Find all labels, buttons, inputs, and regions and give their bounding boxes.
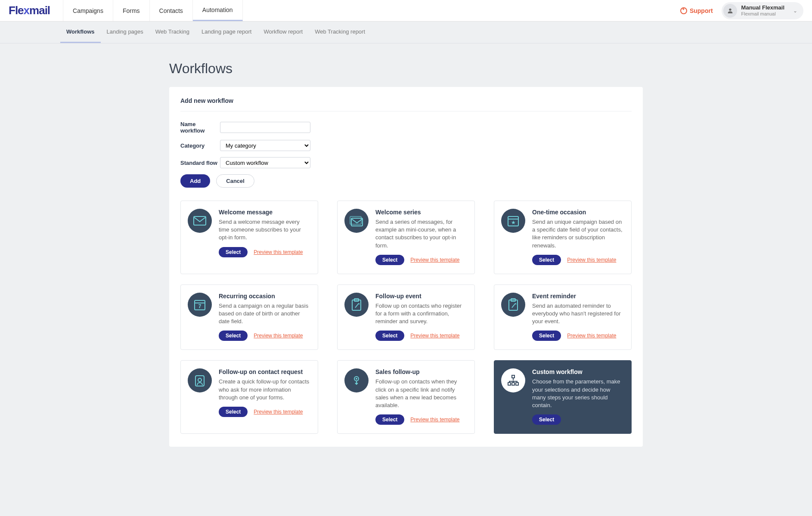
preview-link[interactable]: Preview this template [254, 333, 303, 339]
cancel-button[interactable]: Cancel [216, 174, 254, 188]
card-title: Welcome series [375, 209, 468, 216]
user-name: Manual Flexmail [741, 4, 784, 11]
top-nav: Flexmail CampaignsFormsContactsAutomatio… [0, 0, 812, 22]
template-card: Sales follow-upFollow-up on contacts whe… [337, 360, 475, 434]
template-card: ★One-time occasionSend an unique campaig… [494, 201, 632, 274]
card-desc: Follow up on contacts who register for a… [375, 302, 468, 326]
preview-link[interactable]: Preview this template [410, 333, 459, 339]
clipboard-icon [344, 293, 369, 317]
template-grid: Welcome messageSend a welcome message ev… [180, 201, 632, 434]
card-body: One-time occasionSend an unique campaign… [532, 209, 624, 265]
template-card: Welcome messageSend a welcome message ev… [180, 201, 318, 274]
template-card: Follow-up eventFollow up on contacts who… [337, 284, 475, 350]
topnav-item-automation[interactable]: Automation [193, 0, 243, 21]
topnav-item-contacts[interactable]: Contacts [150, 0, 193, 21]
support-link[interactable]: Support [680, 7, 713, 14]
user-icon [727, 7, 734, 14]
card-desc: Send an unique campaign based on a speci… [532, 218, 624, 250]
category-label: Category [180, 142, 220, 149]
card-actions: Select [532, 414, 624, 425]
panel-heading: Add new workflow [180, 97, 632, 104]
card-body: Follow-up on contact requestCreate a qui… [219, 368, 311, 425]
page: Workflows Add new workflow Name workflow… [169, 43, 643, 473]
card-actions: SelectPreview this template [375, 255, 468, 265]
name-label: Name workflow [180, 121, 220, 134]
select-button[interactable]: Select [375, 255, 404, 265]
standard-flow-label: Standard flow [180, 160, 220, 166]
topnav-item-forms[interactable]: Forms [113, 0, 150, 21]
form-row-category: Category My category [180, 140, 632, 151]
card-desc: Create a quick follow-up for contacts wh… [219, 378, 311, 402]
page-title: Workflows [169, 61, 643, 77]
subnav-item-landing-pages[interactable]: Landing pages [101, 22, 149, 43]
card-body: Event reminderSend an automated reminder… [532, 293, 624, 341]
card-title: Recurring occasion [219, 293, 311, 300]
svg-point-15 [198, 378, 201, 382]
card-title: Follow-up event [375, 293, 468, 300]
card-body: Recurring occasionSend a campaign on a r… [219, 293, 311, 341]
preview-link[interactable]: Preview this template [254, 409, 303, 415]
pointer-icon [344, 368, 369, 392]
select-button[interactable]: Select [375, 414, 404, 425]
topnav-item-campaigns[interactable]: Campaigns [63, 0, 113, 21]
template-card: Event reminderSend an automated reminder… [494, 284, 632, 350]
standard-flow-select[interactable]: Custom workflow [220, 157, 310, 168]
form-row-standard-flow: Standard flow Custom workflow [180, 157, 632, 168]
svg-rect-20 [512, 383, 514, 385]
card-body: Welcome seriesSend a series of messages,… [375, 209, 468, 265]
svg-rect-18 [512, 375, 514, 378]
svg-rect-21 [516, 383, 518, 385]
svg-point-17 [356, 378, 357, 380]
svg-text:7: 7 [198, 303, 201, 309]
sub-nav: WorkflowsLanding pagesWeb TrackingLandin… [0, 22, 812, 43]
preview-link[interactable]: Preview this template [567, 257, 616, 263]
select-button[interactable]: Select [219, 331, 248, 341]
template-card: 7Recurring occasionSend a campaign on a … [180, 284, 318, 350]
subnav-item-workflows[interactable]: Workflows [60, 22, 101, 43]
template-card: Welcome seriesSend a series of messages,… [337, 201, 475, 274]
subnav-item-web-tracking[interactable]: Web Tracking [149, 22, 195, 43]
card-desc: Send a welcome message every time someon… [219, 218, 311, 242]
subnav-item-workflow-report[interactable]: Workflow report [257, 22, 309, 43]
category-select[interactable]: My category [220, 140, 310, 151]
add-button[interactable]: Add [180, 174, 210, 188]
user-sub: Flexmail manual [741, 11, 784, 17]
card-desc: Send a campaign on a regular basis based… [219, 302, 311, 326]
card-actions: SelectPreview this template [219, 247, 311, 257]
card-actions: SelectPreview this template [375, 414, 468, 425]
divider [180, 111, 632, 111]
topnav-items: CampaignsFormsContactsAutomation [63, 0, 243, 21]
preview-link[interactable]: Preview this template [410, 257, 459, 263]
card-desc: Follow-up on contacts when they click on… [375, 378, 468, 409]
clipboard-icon [501, 293, 525, 317]
envelope-icon [188, 209, 212, 233]
select-button[interactable]: Select [532, 414, 561, 425]
preview-link[interactable]: Preview this template [410, 417, 459, 423]
card-desc: Send a series of messages, for example a… [375, 218, 468, 250]
select-button[interactable]: Select [532, 331, 561, 341]
select-button[interactable]: Select [219, 407, 248, 417]
card-title: Custom workflow [532, 368, 624, 375]
card-body: Sales follow-upFollow-up on contacts whe… [375, 368, 468, 425]
calendar-7-icon: 7 [188, 293, 212, 317]
card-actions: SelectPreview this template [375, 331, 468, 341]
subnav-item-web-tracking-report[interactable]: Web Tracking report [309, 22, 371, 43]
card-actions: SelectPreview this template [532, 255, 624, 265]
svg-rect-19 [508, 383, 511, 385]
user-menu[interactable]: Manual Flexmail Flexmail manual ⌄ [722, 2, 803, 19]
chevron-down-icon: ⌄ [793, 8, 797, 14]
preview-link[interactable]: Preview this template [567, 333, 616, 339]
logo: Flexmail [9, 4, 50, 17]
select-button[interactable]: Select [375, 331, 404, 341]
card-actions: SelectPreview this template [219, 331, 311, 341]
svg-point-0 [729, 8, 731, 10]
preview-link[interactable]: Preview this template [254, 249, 303, 255]
template-card: Follow-up on contact requestCreate a qui… [180, 360, 318, 434]
tree-icon [501, 368, 525, 392]
select-button[interactable]: Select [532, 255, 561, 265]
select-button[interactable]: Select [219, 247, 248, 257]
name-input[interactable] [220, 122, 310, 133]
card-body: Welcome messageSend a welcome message ev… [219, 209, 311, 265]
svg-rect-14 [195, 376, 204, 386]
subnav-item-landing-page-report[interactable]: Landing page report [195, 22, 257, 43]
